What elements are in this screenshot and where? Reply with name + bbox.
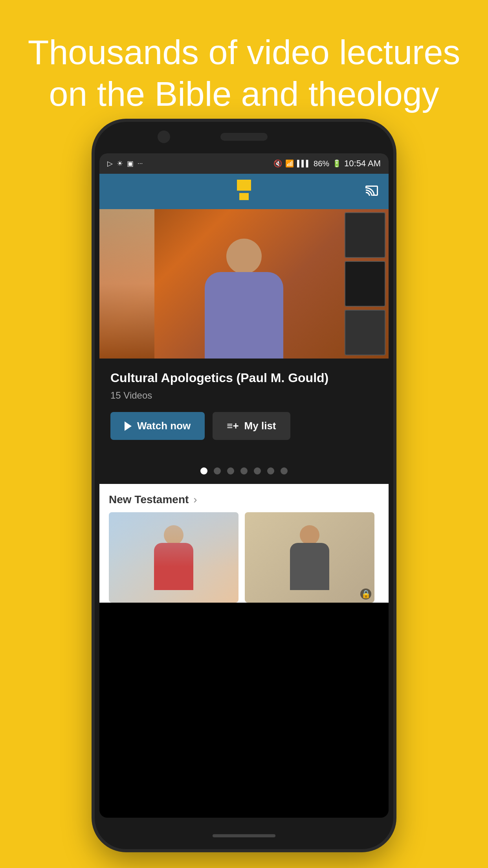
video-title: Cultural Apologetics (Paul M. Gould) [110,370,378,385]
section-thumbnails: 🔒 [99,512,389,603]
phone-camera [158,131,170,143]
battery-percent: 86% [314,159,329,168]
thumb-person-2 [245,512,374,603]
logo-bottom-part [239,193,249,200]
dot-4[interactable] [240,467,248,474]
more-icon: ··· [138,160,143,167]
person-body [205,272,283,359]
dot-7[interactable] [281,467,288,474]
art-frame-1 [345,212,385,258]
my-list-button[interactable]: ≡+ My list [213,412,290,440]
thumb-bg-map [109,512,238,566]
phone-speaker [220,133,268,141]
brightness-icon: ☀ [117,159,123,168]
play-status-icon: ▷ [107,159,113,168]
featured-video-section: Cultural Apologetics (Paul M. Gould) 15 … [99,209,389,484]
dot-3[interactable] [227,467,234,474]
watch-now-label: Watch now [137,420,191,432]
video-buttons: Watch now ≡+ My list [110,412,378,440]
thumb-figure-2 [290,525,329,590]
app-header [99,174,389,209]
flipboard-icon: ▣ [127,159,134,168]
status-bar-left-icons: ▷ ☀ ▣ ··· [107,159,143,168]
section-header[interactable]: New Testament › [99,484,389,512]
mute-icon: 🔇 [273,159,282,168]
lock-icon: 🔒 [360,588,371,600]
signal-icon: ▌▌▌ [297,160,310,167]
art-frame-3 [345,310,385,355]
status-bar-right: 🔇 📶 ▌▌▌ 86% 🔋 10:54 AM [273,158,381,169]
battery-icon: 🔋 [332,159,341,168]
logo-top-part [237,180,251,191]
thumbnail-card-1[interactable] [109,512,238,603]
play-icon [125,421,132,431]
headline: Thousands of video lectures on the Bible… [24,31,464,114]
art-frame-2 [345,261,385,307]
person-head [226,239,262,274]
dot-1[interactable] [200,467,207,474]
status-time: 10:54 AM [344,158,381,169]
wifi-icon: 📶 [285,159,294,168]
add-list-icon: ≡+ [227,420,238,432]
status-bar: ▷ ☀ ▣ ··· 🔇 📶 ▌▌▌ 86% 🔋 10:54 AM [99,153,389,174]
phone-home-bar [213,834,275,837]
thumbnail-card-2[interactable]: 🔒 [245,512,374,603]
artwork-right [341,209,389,359]
dot-5[interactable] [254,467,261,474]
thumb-head-2 [300,525,319,545]
phone-screen: ▷ ☀ ▣ ··· 🔇 📶 ▌▌▌ 86% 🔋 10:54 AM [99,153,389,818]
my-list-label: My list [244,420,276,432]
app-logo [235,180,253,203]
section-arrow-icon: › [193,493,197,506]
artwork-left [99,209,154,359]
header-section: Thousands of video lectures on the Bible… [0,31,488,114]
phone-frame: ▷ ☀ ▣ ··· 🔇 📶 ▌▌▌ 86% 🔋 10:54 AM [95,122,393,849]
video-info: Cultural Apologetics (Paul M. Gould) 15 … [99,359,389,460]
dot-2[interactable] [214,467,221,474]
pagination-dots [99,460,389,484]
section-title: New Testament [109,493,189,506]
new-testament-section: New Testament › [99,484,389,603]
thumb-body-2 [290,543,329,590]
watch-now-button[interactable]: Watch now [110,412,205,440]
cast-icon[interactable] [365,184,379,199]
dot-6[interactable] [267,467,274,474]
video-person [205,239,283,359]
video-count: 15 Videos [110,390,378,401]
video-thumbnail[interactable] [99,209,389,359]
